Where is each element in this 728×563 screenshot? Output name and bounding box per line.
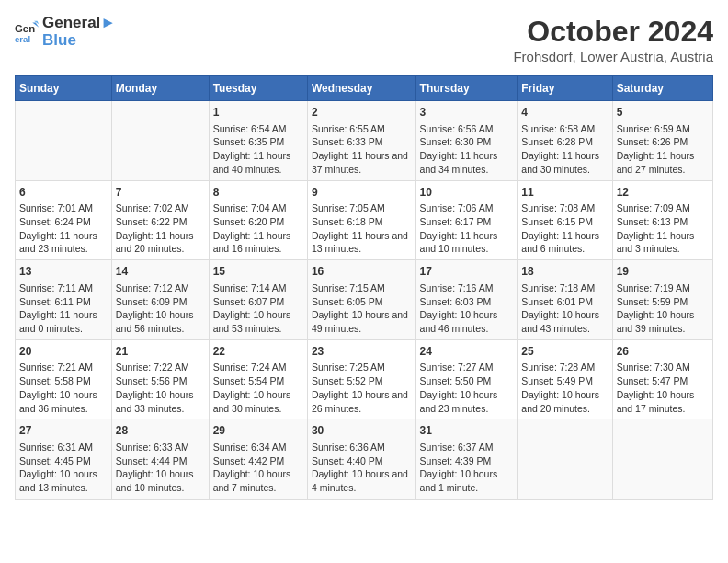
logo: Gen eral General► Blue (15, 15, 116, 49)
calendar-cell: 26Sunrise: 7:30 AM Sunset: 5:47 PM Dayli… (612, 339, 712, 419)
page-header: Gen eral General► Blue October 2024 Froh… (15, 15, 713, 64)
calendar-cell: 31Sunrise: 6:37 AM Sunset: 4:39 PM Dayli… (415, 419, 518, 500)
svg-text:eral: eral (15, 33, 30, 43)
day-number: 8 (213, 185, 303, 201)
calendar-cell: 25Sunrise: 7:28 AM Sunset: 5:49 PM Dayli… (518, 339, 612, 419)
calendar-cell: 18Sunrise: 7:18 AM Sunset: 6:01 PM Dayli… (518, 260, 612, 340)
title-block: October 2024 Frohsdorf, Lower Austria, A… (513, 15, 713, 64)
day-info: Sunrise: 7:12 AM Sunset: 6:09 PM Dayligh… (116, 282, 205, 336)
day-info: Sunrise: 7:04 AM Sunset: 6:20 PM Dayligh… (213, 201, 303, 256)
day-number: 30 (312, 423, 412, 439)
day-info: Sunrise: 6:59 AM Sunset: 6:26 PM Dayligh… (617, 122, 709, 177)
logo-general: General► (42, 15, 116, 32)
calendar-cell: 20Sunrise: 7:21 AM Sunset: 5:58 PM Dayli… (16, 339, 112, 419)
day-info: Sunrise: 6:55 AM Sunset: 6:33 PM Dayligh… (312, 122, 412, 177)
day-number: 7 (116, 185, 205, 201)
calendar-cell: 1Sunrise: 6:54 AM Sunset: 6:35 PM Daylig… (209, 101, 307, 181)
calendar-week-row: 27Sunrise: 6:31 AM Sunset: 4:45 PM Dayli… (16, 419, 713, 500)
calendar-cell: 3Sunrise: 6:56 AM Sunset: 6:30 PM Daylig… (415, 101, 518, 181)
day-number: 20 (19, 344, 108, 360)
day-info: Sunrise: 7:15 AM Sunset: 6:05 PM Dayligh… (312, 282, 412, 336)
calendar-cell: 24Sunrise: 7:27 AM Sunset: 5:50 PM Dayli… (415, 339, 518, 419)
day-number: 19 (617, 264, 709, 280)
day-number: 15 (213, 264, 303, 280)
day-number: 13 (19, 264, 108, 280)
day-info: Sunrise: 7:19 AM Sunset: 5:59 PM Dayligh… (617, 282, 709, 336)
calendar-cell: 27Sunrise: 6:31 AM Sunset: 4:45 PM Dayli… (16, 419, 112, 500)
day-number: 22 (213, 344, 303, 360)
day-number: 11 (521, 185, 608, 201)
day-info: Sunrise: 6:33 AM Sunset: 4:44 PM Dayligh… (116, 441, 205, 495)
calendar-cell: 11Sunrise: 7:08 AM Sunset: 6:15 PM Dayli… (518, 180, 612, 260)
calendar-cell: 4Sunrise: 6:58 AM Sunset: 6:28 PM Daylig… (518, 101, 612, 181)
calendar-cell: 14Sunrise: 7:12 AM Sunset: 6:09 PM Dayli… (111, 260, 209, 340)
weekday-header: Saturday (612, 76, 712, 101)
day-number: 17 (420, 264, 514, 280)
day-number: 1 (213, 105, 303, 121)
calendar-cell (111, 101, 209, 181)
calendar-cell: 13Sunrise: 7:11 AM Sunset: 6:11 PM Dayli… (16, 260, 112, 340)
day-number: 4 (521, 105, 608, 121)
weekday-header: Friday (518, 76, 612, 101)
weekday-header: Monday (111, 76, 209, 101)
day-number: 16 (312, 264, 412, 280)
day-info: Sunrise: 7:27 AM Sunset: 5:50 PM Dayligh… (420, 361, 514, 415)
day-info: Sunrise: 7:11 AM Sunset: 6:11 PM Dayligh… (19, 282, 108, 336)
calendar-week-row: 1Sunrise: 6:54 AM Sunset: 6:35 PM Daylig… (16, 101, 713, 181)
calendar-cell: 5Sunrise: 6:59 AM Sunset: 6:26 PM Daylig… (612, 101, 712, 181)
weekday-header: Thursday (415, 76, 518, 101)
calendar-cell: 6Sunrise: 7:01 AM Sunset: 6:24 PM Daylig… (16, 180, 112, 260)
calendar-cell: 16Sunrise: 7:15 AM Sunset: 6:05 PM Dayli… (307, 260, 415, 340)
calendar-cell: 19Sunrise: 7:19 AM Sunset: 5:59 PM Dayli… (612, 260, 712, 340)
day-number: 12 (617, 185, 709, 201)
calendar-cell (612, 419, 712, 500)
day-number: 18 (521, 264, 608, 280)
svg-text:Gen: Gen (15, 23, 35, 34)
day-info: Sunrise: 7:02 AM Sunset: 6:22 PM Dayligh… (116, 201, 205, 256)
day-number: 9 (312, 185, 412, 201)
calendar-cell: 9Sunrise: 7:05 AM Sunset: 6:18 PM Daylig… (307, 180, 415, 260)
day-info: Sunrise: 6:31 AM Sunset: 4:45 PM Dayligh… (19, 441, 108, 495)
day-info: Sunrise: 7:18 AM Sunset: 6:01 PM Dayligh… (521, 282, 608, 336)
day-info: Sunrise: 7:28 AM Sunset: 5:49 PM Dayligh… (521, 361, 608, 415)
calendar-cell: 29Sunrise: 6:34 AM Sunset: 4:42 PM Dayli… (209, 419, 307, 500)
day-info: Sunrise: 7:24 AM Sunset: 5:54 PM Dayligh… (213, 361, 303, 415)
calendar-cell (16, 101, 112, 181)
day-info: Sunrise: 6:34 AM Sunset: 4:42 PM Dayligh… (213, 441, 303, 495)
day-number: 28 (116, 423, 205, 439)
calendar-cell: 7Sunrise: 7:02 AM Sunset: 6:22 PM Daylig… (111, 180, 209, 260)
calendar-cell: 28Sunrise: 6:33 AM Sunset: 4:44 PM Dayli… (111, 419, 209, 500)
day-info: Sunrise: 6:56 AM Sunset: 6:30 PM Dayligh… (420, 122, 514, 177)
day-number: 14 (116, 264, 205, 280)
day-number: 6 (19, 185, 108, 201)
day-number: 24 (420, 344, 514, 360)
day-info: Sunrise: 6:37 AM Sunset: 4:39 PM Dayligh… (420, 441, 514, 495)
day-info: Sunrise: 7:01 AM Sunset: 6:24 PM Dayligh… (19, 201, 108, 256)
day-info: Sunrise: 6:36 AM Sunset: 4:40 PM Dayligh… (312, 441, 412, 495)
weekday-header: Sunday (16, 76, 112, 101)
calendar-cell: 2Sunrise: 6:55 AM Sunset: 6:33 PM Daylig… (307, 101, 415, 181)
calendar-cell: 23Sunrise: 7:25 AM Sunset: 5:52 PM Dayli… (307, 339, 415, 419)
calendar-week-row: 20Sunrise: 7:21 AM Sunset: 5:58 PM Dayli… (16, 339, 713, 419)
calendar-cell: 21Sunrise: 7:22 AM Sunset: 5:56 PM Dayli… (111, 339, 209, 419)
day-number: 2 (312, 105, 412, 121)
calendar-week-row: 6Sunrise: 7:01 AM Sunset: 6:24 PM Daylig… (16, 180, 713, 260)
calendar-cell: 8Sunrise: 7:04 AM Sunset: 6:20 PM Daylig… (209, 180, 307, 260)
logo-icon: Gen eral (15, 19, 40, 45)
calendar-cell: 12Sunrise: 7:09 AM Sunset: 6:13 PM Dayli… (612, 180, 712, 260)
day-info: Sunrise: 6:58 AM Sunset: 6:28 PM Dayligh… (521, 122, 608, 177)
day-number: 27 (19, 423, 108, 439)
calendar-table: SundayMondayTuesdayWednesdayThursdayFrid… (15, 75, 713, 500)
day-number: 23 (312, 344, 412, 360)
location: Frohsdorf, Lower Austria, Austria (513, 49, 713, 64)
day-number: 31 (420, 423, 514, 439)
day-number: 3 (420, 105, 514, 121)
weekday-header: Tuesday (209, 76, 307, 101)
calendar-cell: 10Sunrise: 7:06 AM Sunset: 6:17 PM Dayli… (415, 180, 518, 260)
calendar-cell: 15Sunrise: 7:14 AM Sunset: 6:07 PM Dayli… (209, 260, 307, 340)
day-number: 25 (521, 344, 608, 360)
day-info: Sunrise: 7:14 AM Sunset: 6:07 PM Dayligh… (213, 282, 303, 336)
day-number: 5 (617, 105, 709, 121)
day-info: Sunrise: 7:21 AM Sunset: 5:58 PM Dayligh… (19, 361, 108, 415)
day-info: Sunrise: 7:25 AM Sunset: 5:52 PM Dayligh… (312, 361, 412, 415)
